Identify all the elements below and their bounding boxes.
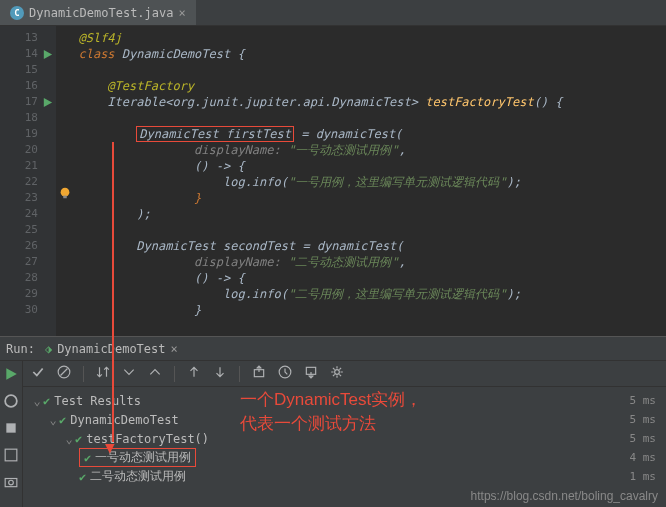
- close-icon[interactable]: ×: [171, 342, 178, 356]
- svg-point-15: [335, 370, 340, 375]
- svg-point-9: [9, 480, 14, 485]
- code-area[interactable]: @Slf4j class DynamicDemoTest { @TestFact…: [56, 26, 666, 336]
- test-pass-icon: ⬗: [45, 342, 52, 356]
- next-icon[interactable]: [213, 365, 227, 382]
- svg-marker-4: [6, 368, 16, 380]
- test-toolbar: [23, 361, 666, 387]
- expand-icon[interactable]: [122, 365, 136, 382]
- settings-icon[interactable]: [330, 365, 344, 382]
- tree-test-2[interactable]: ✔二号动态测试用例1 ms: [23, 467, 666, 486]
- file-tab[interactable]: C DynamicDemoTest.java ×: [0, 0, 196, 25]
- export-icon[interactable]: [252, 365, 266, 382]
- run-icon[interactable]: [4, 367, 18, 384]
- svg-rect-7: [5, 449, 17, 461]
- run-header: Run: ⬗ DynamicDemoTest ×: [0, 337, 666, 361]
- layout-icon[interactable]: [4, 448, 18, 465]
- history-icon[interactable]: [278, 365, 292, 382]
- run-sidebar: [0, 361, 23, 507]
- import-icon[interactable]: [304, 365, 318, 382]
- svg-point-5: [5, 395, 17, 407]
- close-icon[interactable]: ×: [179, 6, 186, 20]
- show-passed-icon[interactable]: [31, 365, 45, 382]
- run-class-icon[interactable]: [40, 46, 54, 62]
- java-class-icon: C: [10, 6, 24, 20]
- annotation-text: 一个DynamicTest实例， 代表一个测试方法: [240, 388, 422, 436]
- svg-rect-3: [63, 196, 67, 199]
- stop-icon[interactable]: [4, 421, 18, 438]
- svg-rect-6: [6, 423, 15, 432]
- run-test-icon[interactable]: [40, 94, 54, 110]
- prev-icon[interactable]: [187, 365, 201, 382]
- line-gutter: 13 14 15 16 17 18 19 20 21 22 23 24 25 2…: [0, 26, 56, 336]
- intention-bulb-icon[interactable]: [58, 186, 72, 203]
- svg-marker-1: [43, 97, 51, 106]
- show-ignored-icon[interactable]: [57, 365, 71, 382]
- debug-icon[interactable]: [4, 394, 18, 411]
- tab-filename: DynamicDemoTest.java: [29, 6, 174, 20]
- tree-test-1[interactable]: ✔一号动态测试用例4 ms: [23, 448, 666, 467]
- svg-line-11: [61, 369, 68, 376]
- svg-point-2: [61, 188, 70, 197]
- camera-icon[interactable]: [4, 475, 18, 492]
- collapse-icon[interactable]: [148, 365, 162, 382]
- sort-icon[interactable]: [96, 365, 110, 382]
- svg-marker-0: [43, 49, 51, 58]
- watermark: https://blog.csdn.net/boling_cavalry: [471, 489, 658, 503]
- highlighted-declaration: DynamicTest firstTest: [136, 126, 294, 142]
- editor-tabs: C DynamicDemoTest.java ×: [0, 0, 666, 26]
- run-label: Run:: [6, 342, 35, 356]
- code-editor[interactable]: 13 14 15 16 17 18 19 20 21 22 23 24 25 2…: [0, 26, 666, 336]
- annotation-arrow-icon: ▼: [105, 438, 115, 457]
- annotation-line: [112, 142, 114, 442]
